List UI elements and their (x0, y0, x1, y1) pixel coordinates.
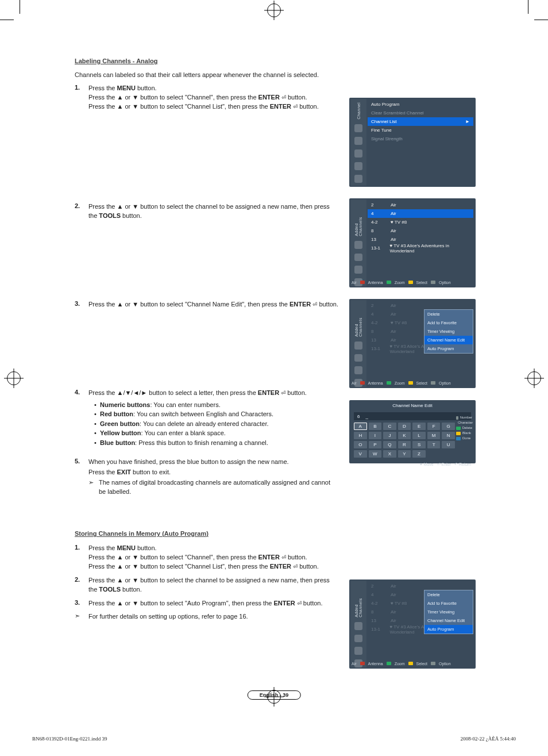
popup-item: Timer Viewing (424, 608, 473, 616)
letter-key: R (398, 441, 411, 448)
legend-item: Blank (456, 431, 472, 436)
popup-item: Add to Favorite (424, 599, 473, 608)
menu-item: Fine Tune (368, 126, 473, 135)
letter-key: I (369, 432, 382, 439)
step-number: 4. (75, 389, 88, 447)
doc-footer-right: 2008-02-22 ¿ÀÈÄ 5:44:40 (461, 736, 516, 742)
channel-row: 13-1♥ TV #3 Alice's Adventures in Wonder… (368, 244, 473, 252)
letter-key: J (383, 432, 396, 439)
step-number: 3. (75, 599, 88, 608)
letter-key: E (412, 423, 426, 430)
letter-key: Y (398, 450, 411, 458)
sidebar-label: Channel (357, 102, 361, 120)
letter-key: S (412, 441, 426, 448)
all-icon (354, 241, 362, 249)
antenna-icon (354, 137, 362, 145)
popup-item: Auto Program (424, 625, 473, 634)
tv-screenshot-name-edit: Channel Name Edit 6 _ ABCDEFGHIJKLMNOPQR… (349, 400, 476, 463)
letter-key: D (398, 423, 411, 430)
intro-text: Channels can labeled so that their call … (75, 71, 488, 78)
popup-item: Delete (424, 590, 473, 599)
step-number: 1. (75, 544, 88, 571)
section-title: Storing Channels in Memory (Auto Program… (75, 530, 488, 537)
step-number: 2. (75, 576, 88, 594)
popup-item: Timer Viewing (424, 327, 473, 336)
doc-footer-left: BN68-01392D-01Eng-0221.indd 39 (32, 736, 107, 742)
registration-mark-icon (527, 371, 541, 385)
legend-item: Done (456, 436, 472, 441)
letter-key: X (383, 450, 396, 458)
step-body: Press the MENU button. Press the ▲ or ▼ … (88, 544, 339, 571)
step-number: 2. (75, 202, 88, 221)
popup-item: Channel Name Edit (424, 336, 473, 344)
letter-key: T (427, 441, 441, 448)
popup-item: Auto Program (424, 344, 473, 353)
letter-key: F (427, 423, 441, 430)
channel-row: 4-2♥ TV #8 (368, 218, 473, 227)
gear-icon (354, 124, 362, 132)
letter-key: Z (412, 450, 426, 458)
letter-key: A (354, 423, 367, 430)
channel-number: 6 (357, 414, 360, 419)
letter-key: C (383, 423, 396, 430)
step-body: Press the ▲ or ▼ button to select "Auto … (88, 599, 339, 608)
letter-key: P (369, 441, 382, 448)
settings-icon (354, 149, 362, 158)
sidebar-label: Added Channels (354, 304, 362, 337)
added-icon (354, 254, 362, 262)
legend-item: Number (456, 415, 472, 420)
step-body: Press the MENU button. Press the ▲ or ▼ … (88, 84, 339, 112)
letter-key: O (354, 441, 367, 448)
channel-row: 8Air (368, 227, 473, 235)
menu-item: Clear Scrambled Channel (368, 109, 473, 117)
letter-key: B (369, 423, 382, 430)
legend-item: Character (456, 420, 472, 425)
tv-screenshot-channel-menu: Channel Auto ProgramClear Scrambled Chan… (349, 98, 476, 187)
channel-row: 2Air (368, 201, 473, 209)
popup-item: Delete (424, 310, 473, 318)
page-label: English - 39 (248, 690, 301, 700)
step-number: 1. (75, 84, 88, 112)
step-body: Press the ▲ or ▼ button to select the ch… (88, 202, 339, 221)
panel-title: Channel Name Edit (349, 400, 476, 411)
input-icon (354, 162, 362, 170)
step-body: Press the ▲ or ▼ button to select "Chann… (88, 300, 339, 309)
tools-popup: DeleteAdd to FavoriteTimer ViewingChanne… (424, 590, 473, 634)
menu-item: Signal Strength (368, 135, 473, 143)
letter-key: K (398, 432, 411, 439)
menu-item: Channel List► (368, 117, 473, 126)
cursor: _ (365, 414, 368, 419)
letter-key: W (369, 450, 382, 458)
step-number: 3. (75, 300, 88, 309)
registration-mark-icon (7, 371, 21, 385)
tv-screenshot-channel-list: Added Channels 2Air4Air4-2♥ TV #88Air13A… (349, 198, 476, 287)
step-body: When you have finished, press the blue b… (88, 458, 339, 497)
legend-item: Delete (456, 425, 472, 431)
letter-key: M (427, 432, 441, 439)
note-marker: ➣ (75, 612, 88, 621)
popup-item: Add to Favorite (424, 318, 473, 327)
step-body: Press the ▲/▼/◄/► button to select a let… (88, 389, 339, 447)
letter-key: V (354, 450, 367, 458)
sidebar-label: Added Channels (354, 203, 362, 236)
tools-popup: DeleteAdd to FavoriteTimer ViewingChanne… (424, 309, 473, 354)
menu-item: Auto Program (368, 100, 473, 109)
letter-key: L (412, 432, 426, 439)
tv-screenshot-tools-cne: Added Channels 2Air4Air4-2♥ TV #88Air13A… (349, 299, 476, 388)
channel-row: 2Air (368, 301, 473, 310)
popup-item: Channel Name Edit (424, 616, 473, 625)
letter-key: Q (383, 441, 396, 448)
note: For further details on setting up option… (88, 612, 339, 621)
letter-key: G (442, 423, 455, 430)
letter-key: H (354, 432, 367, 439)
letter-key: U (442, 441, 455, 448)
section-title: Labeling Channels - Analog (75, 57, 488, 64)
channel-row: 4Air (368, 209, 473, 218)
sidebar-label: Added Channels (354, 584, 362, 617)
app-icon (354, 175, 362, 183)
favorite-icon (354, 266, 362, 274)
letter-key: N (442, 432, 455, 439)
step-body: Press the ▲ or ▼ button to select the ch… (88, 576, 339, 594)
channel-row: 2Air (368, 582, 473, 590)
note: The names of digital broadcasting channe… (88, 478, 339, 497)
